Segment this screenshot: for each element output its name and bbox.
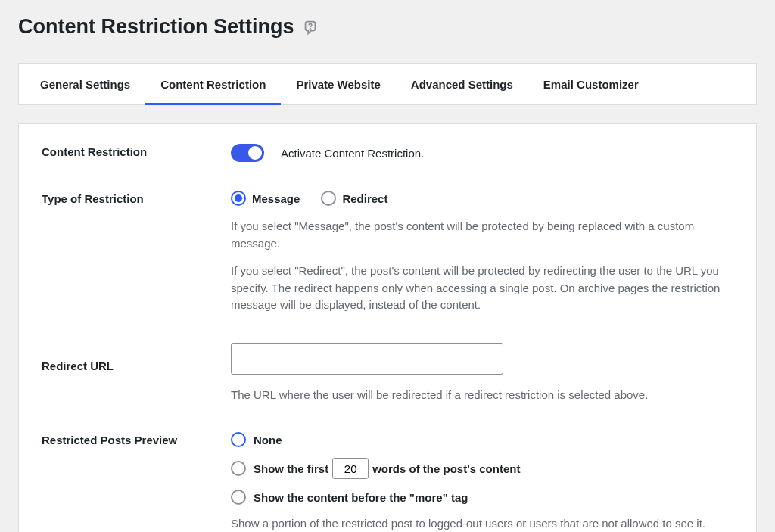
- radio-preview-none[interactable]: None: [231, 432, 733, 447]
- radio-preview-words[interactable]: Show the first words of the post's conte…: [231, 458, 733, 479]
- row-preview: Restricted Posts Preview None Show the f…: [42, 432, 733, 532]
- radio-type-redirect[interactable]: Redirect: [321, 191, 388, 206]
- radio-icon: [321, 191, 336, 206]
- row-type: Type of Restriction Message Redirect If …: [42, 191, 733, 314]
- radio-preview-more-tag[interactable]: Show the content before the "more" tag: [231, 490, 733, 505]
- desc-redirect-url: The URL where the user will be redirecte…: [231, 387, 733, 404]
- label-activate: Content Restriction: [42, 144, 231, 162]
- radio-type-message[interactable]: Message: [231, 191, 300, 206]
- activate-toggle[interactable]: [231, 144, 264, 162]
- radio-label-prefix: Show the first: [254, 462, 328, 475]
- label-redirect-url: Redirect URL: [42, 343, 231, 404]
- tabs-bar: General Settings Content Restriction Pri…: [18, 63, 757, 105]
- label-preview: Restricted Posts Preview: [42, 432, 231, 532]
- tab-advanced-settings[interactable]: Advanced Settings: [396, 64, 528, 105]
- radio-icon: [231, 191, 246, 206]
- desc-preview: Show a portion of the restricted post to…: [231, 515, 733, 532]
- desc-type-redirect: If you select "Redirect", the post's con…: [231, 263, 733, 314]
- row-redirect-url: Redirect URL The URL where the user will…: [42, 343, 733, 404]
- svg-point-0: [310, 28, 310, 29]
- tab-general-settings[interactable]: General Settings: [25, 64, 145, 105]
- toggle-knob: [248, 146, 262, 160]
- redirect-url-input[interactable]: [231, 343, 503, 375]
- preview-words-input[interactable]: [332, 458, 369, 479]
- tab-content-restriction[interactable]: Content Restriction: [145, 64, 281, 105]
- radio-icon: [231, 432, 246, 447]
- tab-private-website[interactable]: Private Website: [281, 64, 395, 105]
- row-activate: Content Restriction Activate Content Res…: [42, 144, 733, 162]
- tab-email-customizer[interactable]: Email Customizer: [528, 64, 654, 105]
- radio-label: Message: [252, 192, 300, 205]
- radio-label-suffix: words of the post's content: [372, 462, 520, 475]
- page-title-text: Content Restriction Settings: [18, 15, 294, 39]
- radio-icon: [231, 490, 246, 505]
- activate-toggle-label: Activate Content Restriction.: [281, 147, 424, 160]
- radio-label: Redirect: [342, 192, 388, 205]
- radio-label: None: [254, 434, 282, 446]
- help-icon[interactable]: [302, 19, 319, 36]
- settings-panel: Content Restriction Activate Content Res…: [18, 123, 757, 532]
- radio-icon: [231, 461, 246, 476]
- desc-type-message: If you select "Message", the post's cont…: [231, 218, 733, 252]
- page-title: Content Restriction Settings: [18, 15, 757, 39]
- radio-label: Show the content before the "more" tag: [254, 491, 468, 504]
- label-type: Type of Restriction: [42, 191, 231, 314]
